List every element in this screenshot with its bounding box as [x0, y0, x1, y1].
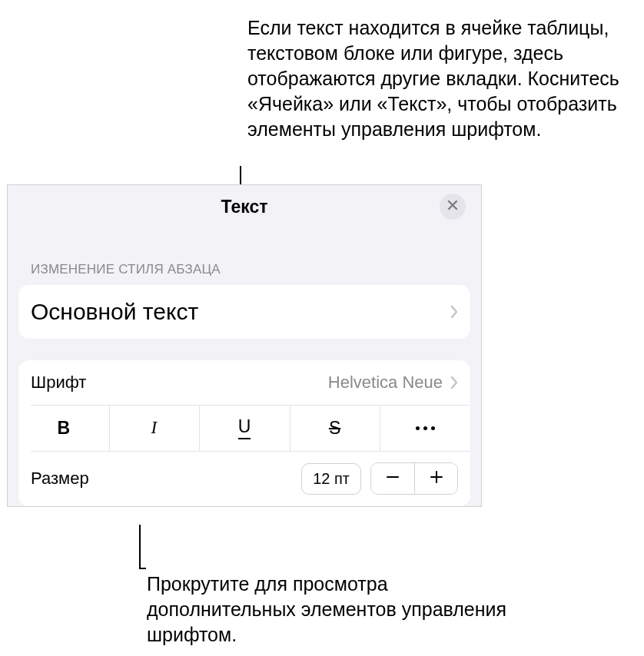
ellipsis-icon	[416, 426, 435, 430]
paragraph-style-row[interactable]: Основной текст	[18, 285, 470, 339]
strikethrough-icon: S	[329, 418, 340, 439]
bold-icon: B	[57, 418, 70, 439]
panel-title: Текст	[221, 197, 268, 217]
font-row[interactable]: Шрифт Helvetica Neue	[18, 360, 470, 405]
callout-scroll-hint: Прокрутите для просмотра дополнительных …	[147, 572, 516, 648]
strikethrough-button[interactable]: S	[290, 405, 380, 451]
font-size-row: Размер 12 пт	[18, 451, 470, 506]
size-label: Размер	[31, 469, 89, 489]
size-stepper	[370, 462, 458, 495]
close-icon	[447, 200, 458, 214]
font-value: Helvetica Neue	[328, 373, 443, 393]
size-increase-button[interactable]	[414, 463, 457, 494]
close-button[interactable]	[440, 194, 466, 220]
size-value-button[interactable]: 12 пт	[301, 463, 361, 495]
size-decrease-button[interactable]	[371, 463, 414, 494]
callout-leader	[139, 568, 146, 569]
underline-icon: U	[238, 416, 251, 439]
font-card: Шрифт Helvetica Neue B I U S Раз	[18, 360, 470, 506]
section-header-paragraph-style: ИЗМЕНЕНИЕ СТИЛЯ АБЗАЦА	[8, 228, 481, 285]
paragraph-style-card: Основной текст	[18, 285, 470, 339]
plus-icon	[429, 468, 444, 489]
paragraph-style-name: Основной текст	[31, 285, 198, 339]
callout-tabs-hint: Если текст находится в ячейке таблицы, т…	[247, 15, 632, 142]
size-controls: 12 пт	[301, 462, 458, 495]
italic-button[interactable]: I	[109, 405, 200, 451]
minus-icon	[385, 468, 400, 489]
text-format-panel: Текст ИЗМЕНЕНИЕ СТИЛЯ АБЗАЦА Основной те…	[7, 184, 482, 507]
panel-header: Текст	[8, 185, 481, 228]
more-formatting-button[interactable]	[380, 405, 470, 451]
text-format-buttons: B I U S	[18, 405, 470, 451]
chevron-right-icon	[450, 376, 458, 389]
bold-button[interactable]: B	[18, 405, 109, 451]
callout-leader	[139, 525, 141, 568]
font-label: Шрифт	[31, 373, 86, 393]
underline-button[interactable]: U	[199, 405, 290, 451]
chevron-right-icon	[450, 305, 458, 319]
italic-icon: I	[151, 418, 158, 438]
